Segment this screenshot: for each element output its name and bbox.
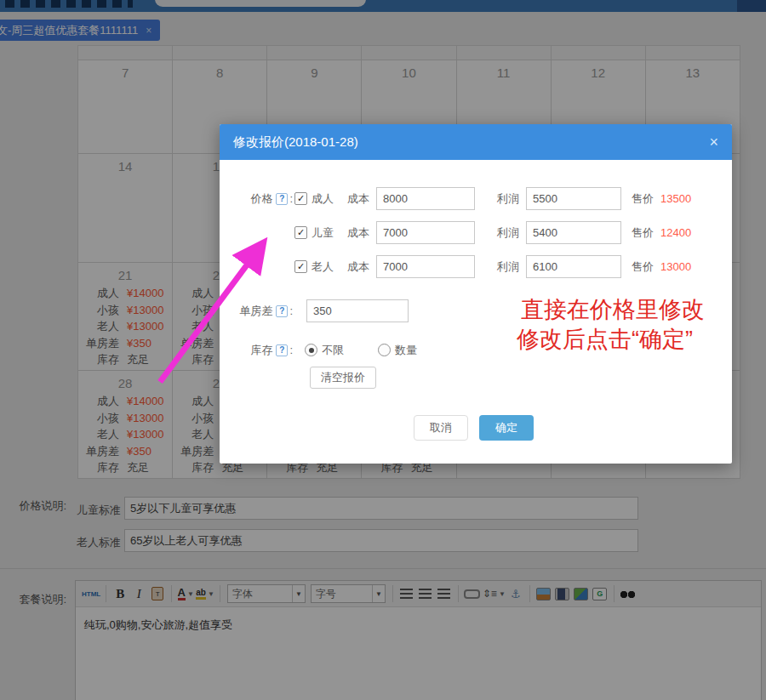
clear-quote-button[interactable]: 清空报价	[310, 367, 376, 389]
elder-cost-input[interactable]	[376, 255, 475, 278]
cost-label: 成本	[347, 191, 369, 207]
modal-header: 修改报价(2018-01-28) ×	[220, 124, 732, 160]
child-label: 儿童	[312, 225, 334, 241]
modal-title: 修改报价(2018-01-28)	[233, 134, 358, 151]
cancel-button[interactable]: 取消	[414, 415, 468, 441]
sell-price-label: 售价	[632, 191, 654, 207]
stock-quantity-label: 数量	[395, 343, 417, 358]
sell-price-label: 售价	[632, 259, 654, 275]
stock-unlimited-radio[interactable]	[305, 344, 317, 356]
child-cost-input[interactable]	[376, 221, 475, 244]
annotation-text-line1: 直接在价格里修改	[521, 297, 705, 322]
cost-label: 成本	[347, 259, 369, 275]
elder-label: 老人	[312, 259, 334, 275]
stock-quantity-radio[interactable]	[378, 344, 391, 356]
profit-label: 利润	[497, 225, 519, 241]
adult-sell-value: 13500	[660, 192, 691, 205]
adult-checkbox[interactable]	[294, 192, 307, 205]
annotation-text-line2: 修改后点击“确定”	[517, 327, 693, 352]
elder-sell-value: 13000	[660, 260, 691, 273]
child-checkbox[interactable]	[294, 226, 307, 239]
sell-price-label: 售价	[632, 225, 654, 241]
elder-checkbox[interactable]	[294, 260, 307, 273]
stock-unlimited-label: 不限	[322, 343, 344, 358]
profit-label: 利润	[497, 259, 519, 275]
edit-quote-modal: 修改报价(2018-01-28) × 价格 ? : 成人 成本 利润 售价 13…	[220, 124, 732, 464]
elder-profit-input[interactable]	[526, 255, 621, 278]
cost-label: 成本	[347, 225, 369, 241]
adult-cost-input[interactable]	[376, 187, 475, 210]
price-label: 价格 ? :	[228, 191, 293, 207]
adult-profit-input[interactable]	[526, 187, 621, 210]
adult-label: 成人	[312, 191, 334, 207]
modal-close-icon[interactable]: ×	[709, 134, 718, 150]
help-icon[interactable]: ?	[276, 193, 288, 205]
annotation-arrow	[136, 223, 289, 401]
child-profit-input[interactable]	[526, 221, 621, 244]
single-room-diff-input[interactable]	[306, 299, 409, 322]
confirm-button[interactable]: 确定	[479, 415, 534, 441]
profit-label: 利润	[497, 191, 519, 207]
screen: 攵-周三超值优惠套餐1111111 × 78910111213141516171…	[0, 0, 766, 700]
child-sell-value: 12400	[660, 226, 691, 239]
